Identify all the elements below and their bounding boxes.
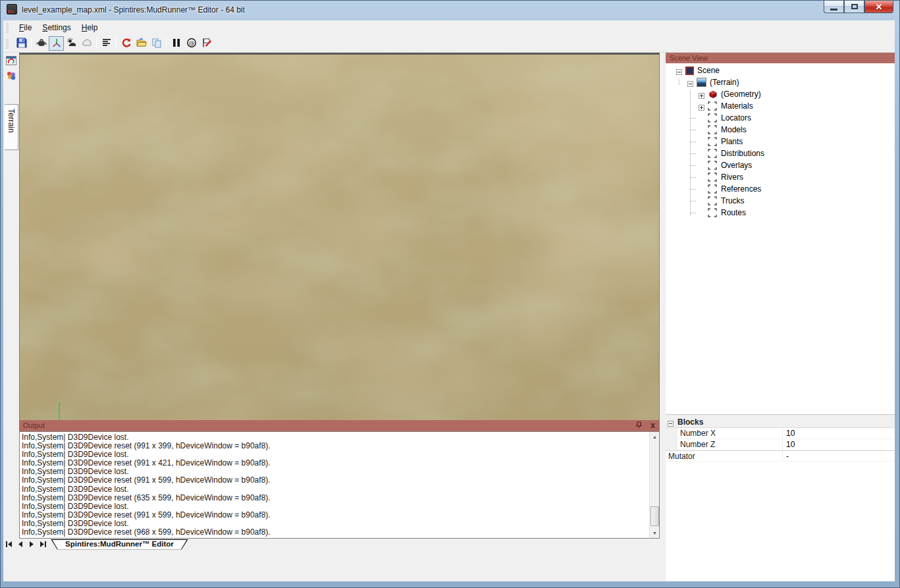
tree-item-trucks[interactable]: Trucks — [666, 195, 895, 207]
tab-terrain-label: Terrain — [7, 109, 16, 133]
scroll-down-button[interactable]: ▼ — [650, 528, 660, 538]
tree-connector — [690, 142, 696, 142]
tab-editor[interactable]: Spintires:MudRunner™ Editor — [51, 539, 188, 550]
bracket-icon — [708, 208, 718, 217]
toolbar-separator — [96, 38, 97, 49]
menu-bar: File Settings Help — [3, 20, 895, 35]
maximize-button[interactable] — [844, 1, 864, 13]
toolbar-separator — [116, 38, 117, 49]
save-button[interactable] — [14, 36, 29, 51]
bracket-icon — [708, 149, 718, 158]
axes-button[interactable] — [49, 36, 64, 51]
weather-button[interactable] — [64, 36, 79, 51]
blocks-header-row[interactable]: Blocks — [666, 417, 895, 428]
tab-nav-last-button[interactable] — [38, 539, 48, 549]
property-row-mutator[interactable]: Mutator- — [666, 450, 895, 462]
blocks-collapse-toggle[interactable] — [668, 419, 674, 425]
open-folder-icon — [136, 38, 147, 50]
tree-item-overlays[interactable]: Overlays — [666, 159, 895, 171]
close-button[interactable]: ✕ — [864, 1, 893, 13]
tab-editor-label: Spintires:MudRunner™ Editor — [51, 539, 188, 548]
pin-icon[interactable] — [635, 421, 643, 429]
tab-terrain[interactable]: Terrain — [5, 104, 18, 150]
cloud-button[interactable] — [79, 36, 94, 51]
output-scrollbar[interactable]: ▲ ▼ — [649, 432, 659, 538]
toolbar-separator — [166, 38, 167, 49]
tab-nav-previous-button[interactable] — [15, 539, 26, 549]
weather-icon — [66, 38, 77, 50]
tree-item-distributions[interactable]: Distributions — [666, 147, 895, 159]
tree-connector — [690, 153, 696, 154]
log-lines-button[interactable] — [99, 36, 114, 51]
editor-objects-icon — [6, 71, 16, 80]
tree-item-models[interactable]: Models — [666, 124, 895, 136]
menu-help[interactable]: Help — [76, 21, 103, 34]
tree-item-label: Models — [721, 125, 747, 134]
scene-view-header[interactable]: Scene View — [666, 53, 895, 64]
tree-expander-plus-icon[interactable] — [699, 103, 704, 109]
property-row-number-x[interactable]: Number X10 — [666, 428, 895, 439]
title-bar[interactable]: level_example_map.xml - Spintires:MudRun… — [1, 1, 899, 20]
scroll-up-button[interactable]: ▲ — [650, 432, 660, 442]
output-header[interactable]: Output x — [19, 420, 660, 431]
tree-item-scene[interactable]: Scene — [666, 65, 895, 76]
tree-item-locators[interactable]: Locators — [666, 112, 895, 124]
tree-expander-minus-icon[interactable] — [687, 80, 693, 86]
flag-edit-button[interactable] — [199, 36, 214, 51]
tree-item-label: Routes — [721, 208, 746, 217]
tree-connector — [690, 130, 696, 130]
toolbar-grip[interactable] — [7, 39, 9, 49]
output-log[interactable]: Info,System| D3D9Device lost.Info,System… — [19, 431, 660, 539]
tab-nav-next-button[interactable] — [26, 539, 37, 549]
editor-objects-button[interactable] — [4, 68, 18, 83]
scrollbar-thumb[interactable] — [650, 506, 659, 526]
property-grid-divider — [782, 428, 783, 439]
toolbar-separator — [31, 38, 32, 49]
bracket-icon — [708, 113, 718, 122]
menu-settings[interactable]: Settings — [37, 21, 76, 34]
property-row-number-z[interactable]: Number Z10 — [666, 439, 895, 450]
tree-item-terrain[interactable]: (Terrain) — [666, 76, 895, 88]
viewport-window-button[interactable] — [4, 53, 18, 68]
tree-item-label: (Terrain) — [710, 78, 739, 87]
tree-item-label: Overlays — [721, 161, 752, 170]
minimize-button[interactable] — [824, 1, 844, 13]
tree-item-routes[interactable]: Routes — [666, 207, 895, 219]
tree-item-materials[interactable]: Materials — [666, 100, 895, 112]
property-label: Number Z — [677, 440, 780, 449]
log-line: Info,System| D3D9Device reset (635 x 599… — [22, 494, 649, 502]
menu-file[interactable]: File — [14, 21, 37, 34]
output-close-icon[interactable]: x — [650, 421, 655, 430]
pause-icon — [171, 38, 182, 50]
tree-item-geometry[interactable]: (Geometry) — [666, 88, 895, 100]
pause-button[interactable] — [169, 36, 184, 51]
tree-item-references[interactable]: References — [666, 183, 895, 195]
cloud-icon — [82, 38, 92, 50]
refresh-icon — [121, 38, 132, 50]
tree-expander-plus-icon[interactable] — [699, 92, 704, 97]
copy-button[interactable] — [149, 36, 164, 51]
tree-item-plants[interactable]: Plants — [666, 136, 895, 147]
log-line: Info,System| D3D9Device lost. — [22, 485, 649, 494]
left-strip: Terrain — [3, 53, 19, 571]
tree-item-rivers[interactable]: Rivers — [666, 171, 895, 183]
property-gutter — [666, 439, 677, 450]
tree-item-label: Distributions — [721, 149, 764, 158]
tab-nav-first-button[interactable] — [4, 539, 14, 549]
property-value[interactable]: - — [780, 452, 789, 461]
terrain-render — [20, 55, 659, 441]
tree-expander-minus-icon[interactable] — [676, 68, 682, 74]
log-lines-icon — [101, 38, 112, 50]
flag-edit-icon — [201, 38, 212, 50]
tree-item-label: Rivers — [721, 173, 743, 182]
refresh-button[interactable] — [119, 36, 134, 51]
open-folder-button[interactable] — [134, 36, 149, 51]
viewport-3d[interactable] — [19, 53, 660, 442]
toolbar: @ — [3, 35, 895, 53]
menubar-grip[interactable] — [7, 23, 9, 33]
tree-connector — [690, 189, 696, 190]
search-at-button[interactable]: @ — [184, 36, 199, 51]
tree-connector — [690, 177, 696, 178]
teapot-button[interactable] — [34, 36, 49, 51]
scene-icon — [685, 67, 694, 75]
